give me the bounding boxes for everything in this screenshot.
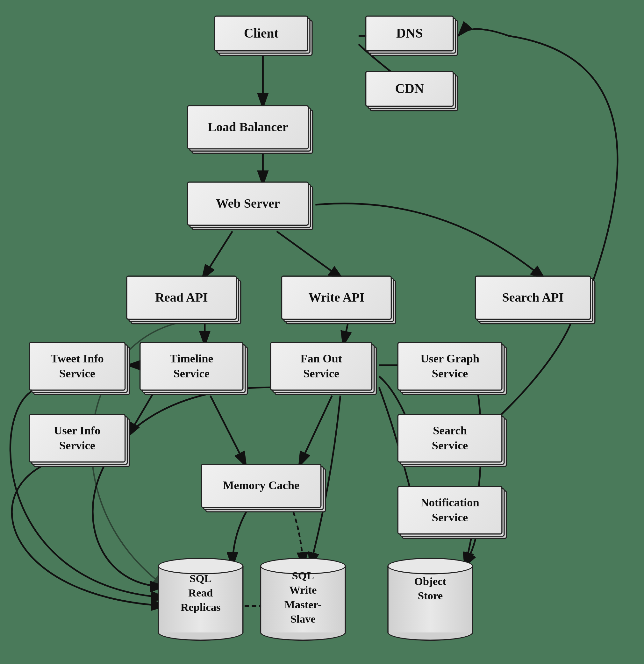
sql-read-label: SQLReadReplicas (158, 569, 243, 616)
fan-out-label: Fan OutService (270, 342, 372, 391)
timeline-node: TimelineService (140, 342, 244, 391)
object-store-node: ObjectStore (387, 558, 473, 641)
svg-line-10 (210, 396, 246, 466)
memory-cache-label: Memory Cache (201, 464, 322, 508)
cdn-node: CDN (365, 71, 454, 107)
load-balancer-node: Load Balancer (187, 105, 309, 149)
notification-label: NotificationService (397, 486, 503, 535)
sql-read-node: SQLReadReplicas (158, 558, 243, 641)
dns-label: DNS (365, 16, 454, 51)
svg-line-5 (202, 231, 232, 279)
search-service-node: SearchService (397, 414, 503, 463)
fan-out-node: Fan OutService (270, 342, 372, 391)
write-api-node: Write API (281, 275, 392, 320)
object-store-label: ObjectStore (387, 572, 473, 605)
svg-line-6 (277, 231, 343, 279)
diagram-container: Client DNS CDN Load Balancer Web Server (0, 0, 609, 664)
web-server-node: Web Server (187, 182, 309, 226)
read-api-node: Read API (126, 275, 237, 320)
write-api-label: Write API (281, 275, 392, 320)
svg-line-13 (299, 396, 332, 466)
cdn-label: CDN (365, 71, 454, 107)
sql-write-node: SQLWriteMaster-Slave (260, 558, 346, 641)
search-api-label: Search API (475, 275, 591, 320)
timeline-label: TimelineService (140, 342, 244, 391)
user-info-label: User InfoService (29, 414, 125, 463)
notification-node: NotificationService (397, 486, 503, 535)
user-graph-node: User GraphService (397, 342, 503, 391)
web-server-label: Web Server (187, 182, 309, 226)
user-info-node: User InfoService (29, 414, 125, 463)
client-node: Client (214, 16, 308, 51)
search-service-label: SearchService (397, 414, 503, 463)
tweet-info-node: Tweet InfoService (29, 342, 125, 391)
dns-node: DNS (365, 16, 454, 51)
load-balancer-label: Load Balancer (187, 105, 309, 149)
sql-write-label: SQLWriteMaster-Slave (260, 566, 346, 628)
search-api-node: Search API (475, 275, 591, 320)
client-label: Client (214, 16, 308, 51)
read-api-label: Read API (126, 275, 237, 320)
tweet-info-label: Tweet InfoService (29, 342, 125, 391)
user-graph-label: User GraphService (397, 342, 503, 391)
memory-cache-node: Memory Cache (201, 464, 322, 508)
